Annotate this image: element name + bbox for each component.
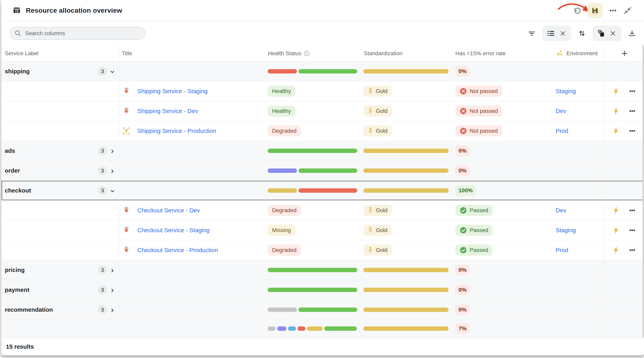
undo-icon[interactable] — [573, 6, 582, 15]
check-result-label: Not passed — [470, 128, 498, 134]
row-more-options-icon[interactable] — [628, 206, 637, 215]
more-options-icon[interactable] — [608, 6, 617, 15]
column-header-error-rate[interactable]: Has <15% error rate — [454, 46, 554, 61]
lightning-icon[interactable] — [612, 107, 620, 115]
environment-link[interactable]: Staging — [556, 227, 576, 234]
column-header-standardization[interactable]: Standardization — [362, 46, 454, 61]
service-title-link[interactable]: Checkout Service - Production — [137, 247, 218, 253]
row-more-options-icon[interactable] — [628, 246, 637, 254]
chevron-right-icon[interactable] — [110, 287, 116, 293]
standardization-badge-label: Gold — [376, 88, 388, 94]
service-title-link[interactable]: Checkout Service - Dev — [137, 207, 200, 214]
column-header-title[interactable]: Title — [120, 46, 267, 61]
environment-link[interactable]: Staging — [556, 88, 576, 95]
add-column-button[interactable] — [604, 46, 644, 61]
service-title-link[interactable]: Shipping Service - Dev — [137, 108, 198, 114]
environment-cell: Staging — [554, 220, 604, 240]
lightning-icon[interactable] — [612, 87, 620, 96]
service-title-link[interactable]: Shipping Service - Staging — [137, 88, 208, 95]
copies-icon[interactable] — [597, 29, 606, 38]
environment-cell — [554, 280, 604, 300]
service-row[interactable]: Checkout Service - ProductionDegradedGol… — [2, 240, 644, 260]
health-bar — [268, 69, 357, 73]
health-bar-segment-purple — [277, 326, 286, 331]
environment-link[interactable]: Prod — [556, 247, 568, 253]
environment-link[interactable]: Dev — [556, 207, 566, 214]
standardization-bar — [364, 268, 448, 272]
environment-link[interactable]: Dev — [556, 108, 566, 114]
environment-cell — [554, 161, 604, 180]
chevron-down-icon[interactable] — [110, 188, 116, 194]
collapse-icon[interactable] — [623, 6, 632, 15]
service-row[interactable]: Shipping Service - StagingHealthyGoldNot… — [2, 81, 644, 101]
standardization-badge-label: Gold — [376, 108, 388, 114]
health-bar-segment-green — [268, 268, 357, 272]
row-more-options-icon[interactable] — [628, 107, 637, 115]
standardization-cell: Gold — [362, 201, 454, 220]
check-result-badge: Not passed — [455, 86, 502, 97]
sort-icon[interactable] — [578, 29, 586, 38]
chevron-right-icon[interactable] — [110, 148, 116, 154]
row-more-options-icon[interactable] — [628, 87, 637, 96]
group-row-payment[interactable]: payment30% — [2, 280, 644, 300]
filter-icon[interactable] — [528, 29, 536, 38]
squid-icon — [122, 206, 131, 215]
table-toolbar — [2, 21, 644, 46]
lightning-icon[interactable] — [612, 206, 620, 215]
environment-cell — [554, 320, 604, 337]
cluster-icon — [556, 50, 564, 57]
service-row[interactable]: Checkout Service - StagingMissingGoldPas… — [2, 220, 644, 240]
clear-copies-icon[interactable] — [608, 29, 617, 38]
service-row[interactable]: Shipping Service - DevHealthyGoldNot pas… — [2, 101, 644, 121]
group-row-ads[interactable]: ads30% — [2, 141, 644, 161]
health-bar-segment-green — [298, 169, 357, 173]
service-title-link[interactable]: Checkout Service - Staging — [137, 227, 210, 234]
column-header-health-status[interactable]: Health Status — [267, 46, 362, 61]
group-list-icon[interactable] — [546, 29, 555, 38]
standardization-cell — [362, 62, 454, 81]
clear-grouping-icon[interactable] — [558, 29, 567, 38]
group-row-recommendation[interactable]: recommendation30% — [2, 300, 644, 320]
column-header-environment[interactable]: Environment — [554, 46, 604, 61]
group-row-order[interactable]: order30% — [2, 161, 644, 181]
service-label-cell — [2, 81, 120, 101]
check-result-badge: Not passed — [455, 106, 502, 117]
group-row-pricing[interactable]: pricing30% — [2, 260, 644, 280]
standardization-cell: Gold — [362, 121, 454, 141]
error-rate-cell: 0% — [454, 280, 554, 300]
column-header-service-label[interactable]: Service Label — [2, 46, 120, 61]
chevron-right-icon[interactable] — [110, 168, 116, 174]
lightning-icon[interactable] — [612, 246, 620, 254]
health-bar-segment-gray — [268, 308, 297, 312]
lightning-icon[interactable] — [612, 127, 620, 135]
chevron-right-icon[interactable] — [110, 268, 116, 274]
search-box[interactable] — [10, 27, 145, 40]
lightning-icon[interactable] — [612, 226, 620, 235]
standardization-cell — [362, 280, 454, 300]
group-label: pricing — [5, 267, 25, 273]
chevron-down-icon[interactable] — [110, 69, 116, 75]
group-row-shipping[interactable]: shipping30% — [2, 62, 644, 81]
summary-row: 7% — [2, 320, 644, 337]
health-bar-segment-red — [298, 326, 306, 331]
error-rate-cell: 7% — [454, 320, 554, 337]
squid-icon — [122, 246, 131, 255]
save-button[interactable] — [588, 3, 602, 18]
service-title-link[interactable]: Shipping Service - Production — [137, 128, 216, 134]
chevron-right-icon[interactable] — [110, 307, 116, 313]
health-bar-segment-gold — [307, 326, 322, 331]
health-bar-segment-blue — [288, 326, 296, 331]
info-icon[interactable] — [304, 50, 310, 56]
error-rate-cell: 0% — [454, 260, 554, 280]
row-more-options-icon[interactable] — [628, 226, 637, 235]
service-row[interactable]: Checkout Service - DevDegradedGoldPassed… — [2, 201, 644, 220]
environment-link[interactable]: Prod — [556, 128, 568, 134]
search-input[interactable] — [25, 30, 140, 37]
vertical-scrollbar[interactable] — [642, 45, 644, 338]
service-row[interactable]: Shipping Service - ProductionDegradedGol… — [2, 121, 644, 141]
row-more-options-icon[interactable] — [628, 127, 637, 135]
download-icon[interactable] — [628, 29, 636, 38]
title-bar: Resource allocation overview — [2, 0, 644, 21]
check-result-badge: Not passed — [455, 125, 502, 137]
group-row-checkout[interactable]: checkout3100% — [2, 181, 644, 201]
